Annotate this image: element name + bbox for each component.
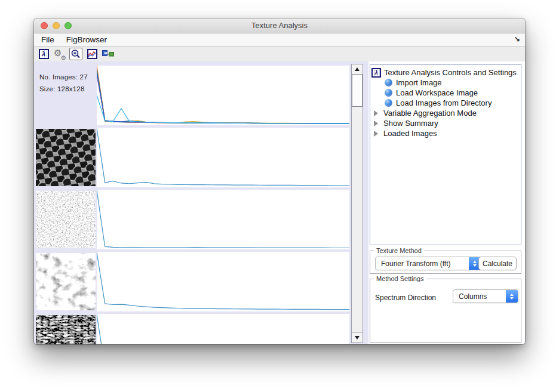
spectrum-chart-row-3 — [97, 190, 349, 249]
method-settings-group-label: Method Settings — [374, 275, 426, 282]
menu-file[interactable]: File — [34, 35, 60, 44]
lambda-plot-button[interactable]: λ — [37, 48, 50, 60]
tree-item-label: Load Workspace Image — [396, 88, 478, 97]
blue-sphere-icon — [385, 79, 392, 87]
tree-item-show-summary[interactable]: Show Summary — [370, 118, 521, 128]
aggregate-spectrum-chart — [97, 66, 349, 125]
image-size-label: Size: 128x128 — [39, 85, 85, 92]
collapsed-triangle-icon[interactable] — [374, 121, 378, 126]
calculate-button-label: Calculate — [483, 260, 512, 268]
collapsed-triangle-icon[interactable] — [374, 131, 378, 137]
texture-method-group-label: Texture Method — [374, 247, 424, 254]
spectrum-chart-row-4 — [97, 252, 349, 311]
spectrum-direction-label: Spectrum Direction — [375, 294, 436, 302]
tree-item-variable-aggregation-mode[interactable]: Variable Aggregation Mode — [370, 108, 521, 118]
content-area: No. Images: 27 Size: 128x128 — [34, 61, 525, 344]
tree-root-label: Texture Analysis Controls and Settings — [384, 68, 517, 77]
lambda-plot-icon: λ — [371, 68, 381, 78]
scroll-up-button[interactable] — [352, 64, 363, 75]
export-connector-button[interactable] — [102, 48, 115, 60]
window-title: Texture Analysis — [34, 18, 525, 33]
lambda-plot-icon: λ — [39, 49, 49, 59]
screenshot-page: Texture Analysis File FigBrowser ↘ λ ⚙⚙ — [0, 0, 559, 392]
tree-item-label: Import Image — [396, 78, 442, 87]
controls-tree: λ Texture Analysis Controls and Settings… — [370, 64, 521, 245]
spectra-plot-button[interactable] — [85, 48, 99, 60]
scroll-down-button[interactable] — [352, 332, 363, 342]
spectrum-chart-row-2 — [97, 128, 349, 187]
texture-thumbnail-bark[interactable] — [36, 315, 96, 344]
dock-arrow-icon[interactable]: ↘ — [514, 35, 520, 43]
spectrum-direction-popup[interactable]: Columns — [453, 289, 518, 303]
title-bar: Texture Analysis — [34, 18, 525, 33]
spectrum-chart-row-5 — [97, 314, 349, 344]
tree-item-label: Load Images from Directory — [396, 98, 492, 107]
num-images-label: No. Images: 27 — [39, 73, 88, 81]
method-settings-group: Method Settings Spectrum Direction Colum… — [370, 279, 521, 343]
tree-item-label: Loaded Images — [383, 129, 437, 138]
scroll-down-arrow-icon — [355, 336, 360, 339]
line-chart-icon — [87, 49, 97, 59]
zoom-in-button[interactable] — [69, 48, 82, 60]
tree-item-load-images-from-directory[interactable]: Load Images from Directory — [370, 98, 521, 108]
menu-figbrowser[interactable]: FigBrowser — [60, 35, 113, 44]
scrollbar-thumb[interactable] — [352, 74, 363, 107]
blue-sphere-icon — [385, 89, 392, 97]
texture-thumbnail-fine-grain[interactable] — [36, 191, 96, 248]
popup-stepper-icon — [506, 290, 518, 303]
gears-icon: ⚙⚙ — [54, 48, 66, 60]
texture-method-popup[interactable]: Fourier Transform (fft) — [375, 257, 481, 270]
tree-item-loaded-images[interactable]: Loaded Images — [370, 128, 521, 138]
controls-column: λ Texture Analysis Controls and Settings… — [368, 61, 525, 344]
tree-item-import-image[interactable]: Import Image — [370, 78, 521, 88]
texture-thumbnail-honeycomb[interactable] — [36, 129, 96, 186]
app-window: Texture Analysis File FigBrowser ↘ λ ⚙⚙ — [34, 18, 525, 344]
tree-item-label: Show Summary — [383, 119, 438, 128]
collapsed-triangle-icon[interactable] — [374, 110, 378, 116]
toolbar: λ ⚙⚙ — [34, 47, 525, 62]
scroll-up-arrow-icon — [355, 67, 360, 71]
texture-thumbnail-coarse-gravel[interactable] — [36, 253, 96, 310]
texture-method-popup-value: Fourier Transform (fft) — [381, 260, 450, 268]
calculate-button[interactable]: Calculate — [478, 257, 517, 270]
settings-button[interactable]: ⚙⚙ — [53, 48, 66, 60]
zoom-in-icon — [70, 49, 81, 60]
blue-sphere-icon — [385, 99, 392, 107]
tree-item-label: Variable Aggregation Mode — [383, 109, 477, 118]
connector-icon — [102, 50, 114, 58]
tree-item-load-workspace-image[interactable]: Load Workspace Image — [370, 88, 521, 98]
menu-bar: File FigBrowser ↘ — [34, 33, 525, 47]
texture-method-group: Texture Method Fourier Transform (fft) C… — [370, 251, 521, 274]
vertical-scrollbar[interactable] — [351, 64, 363, 343]
spectrum-direction-popup-value: Columns — [459, 292, 487, 301]
tree-root-item[interactable]: λ Texture Analysis Controls and Settings — [370, 67, 521, 78]
